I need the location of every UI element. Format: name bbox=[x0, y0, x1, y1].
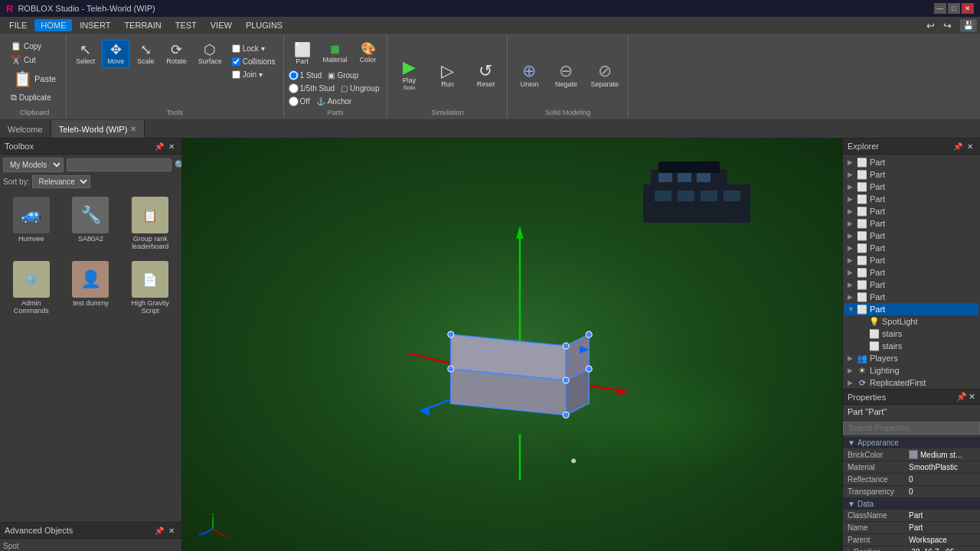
paste-btn[interactable]: 📋 Paste bbox=[8, 67, 61, 90]
toolbox-item-group-rank[interactable]: 📋 Group rank leaderboard bbox=[122, 193, 178, 254]
part-icon: ⬜ bbox=[857, 157, 867, 168]
app-logo-icon: R bbox=[6, 3, 13, 15]
appearance-section-header[interactable]: ▼ Appearance bbox=[843, 437, 980, 448]
anchor-btn[interactable]: ⚓ Anchor bbox=[313, 96, 355, 107]
tab-close-btn[interactable]: ✕ bbox=[130, 125, 136, 133]
menu-file[interactable]: FILE bbox=[3, 19, 33, 31]
data-section-header[interactable]: ▼ Data bbox=[843, 498, 980, 510]
menu-insert[interactable]: INSERT bbox=[74, 19, 116, 31]
window-controls: — □ ✕ bbox=[934, 3, 974, 14]
union-btn[interactable]: ⊕ Union bbox=[512, 60, 546, 91]
copy-btn[interactable]: 📋 Copy bbox=[8, 40, 61, 53]
part-icon: ⬜ bbox=[857, 218, 867, 229]
scale-btn[interactable]: ⤡ Scale bbox=[132, 40, 159, 68]
menu-plugins[interactable]: PLUGINS bbox=[240, 19, 289, 31]
prop-material: Material SmoothPlastic bbox=[843, 461, 980, 474]
properties-search-input[interactable] bbox=[843, 422, 980, 435]
part-icon: ⬜ bbox=[857, 206, 867, 217]
tabs-bar: Welcome Teleh-World (WIP) ✕ bbox=[0, 120, 980, 139]
toolbox-item-test-dummy[interactable]: 👤 test dummy bbox=[63, 257, 119, 318]
surface-btn[interactable]: ⬡ Surface bbox=[194, 40, 227, 68]
brickcolor-swatch bbox=[909, 450, 918, 459]
menu-terrain[interactable]: TERRAIN bbox=[118, 19, 167, 31]
maximize-btn[interactable]: □ bbox=[948, 3, 960, 14]
material-btn[interactable]: ◼ Material bbox=[318, 40, 352, 68]
svg-rect-2 bbox=[658, 161, 720, 173]
adv-pin-btn[interactable]: 📌 bbox=[154, 525, 165, 536]
toolbox-item-admin[interactable]: ⚙️ Admin Commands bbox=[3, 257, 60, 318]
toolbox-item-gravity[interactable]: 📄 High Gravity Script bbox=[122, 257, 178, 318]
duplicate-btn[interactable]: ⧉ Duplicate bbox=[8, 91, 61, 104]
group-btn[interactable]: ▣ Group bbox=[325, 70, 361, 81]
tab-teleh-world[interactable]: Teleh-World (WIP) ✕ bbox=[51, 120, 145, 138]
menu-home[interactable]: HOME bbox=[34, 19, 72, 31]
viewport[interactable]: Y X Z bbox=[182, 139, 842, 551]
search-icon[interactable]: 🔍 bbox=[175, 160, 181, 171]
models-dropdown[interactable]: My Models bbox=[3, 158, 64, 172]
tree-item-part-11[interactable]: ▶ ⬜ Part bbox=[844, 279, 978, 291]
separate-btn[interactable]: ⊘ Separate bbox=[586, 60, 623, 91]
collisions-checkbox[interactable]: Collisions bbox=[229, 56, 279, 67]
tree-item-part-1[interactable]: ▶ ⬜ Part bbox=[844, 156, 978, 168]
svg-line-34 bbox=[213, 529, 224, 536]
tree-item-part-6[interactable]: ▶ ⬜ Part bbox=[844, 217, 978, 230]
toolbox-pin-btn[interactable]: 📌 bbox=[154, 141, 165, 152]
tree-item-part-10[interactable]: ▶ ⬜ Part bbox=[844, 266, 978, 279]
tree-item-part-7[interactable]: ▶ ⬜ Part bbox=[844, 230, 978, 242]
tree-item-stairs-2[interactable]: ▶ ⬜ stairs bbox=[844, 340, 978, 352]
tree-item-part-2[interactable]: ▶ ⬜ Part bbox=[844, 168, 978, 181]
stud5-radio[interactable]: 1/5th Stud bbox=[289, 83, 335, 94]
tree-item-replicated[interactable]: ▶ ⟳ ReplicatedFirst bbox=[844, 377, 978, 389]
negate-btn[interactable]: ⊖ Negate bbox=[549, 60, 583, 91]
tree-item-part-12[interactable]: ▶ ⬜ Part bbox=[844, 291, 978, 303]
reset-btn[interactable]: ↺ Reset bbox=[469, 60, 502, 91]
minimize-btn[interactable]: — bbox=[934, 3, 946, 14]
redo-btn[interactable]: ↪ bbox=[940, 18, 955, 33]
menu-view[interactable]: VIEW bbox=[204, 19, 238, 31]
toolbox-header: Toolbox 📌 ✕ bbox=[0, 139, 181, 155]
toolbox-item-sa80a2[interactable]: 🔧 SA80A2 bbox=[63, 193, 119, 254]
join-checkbox[interactable]: Join ▾ bbox=[229, 69, 279, 80]
tree-item-part-4[interactable]: ▶ ⬜ Part bbox=[844, 193, 978, 205]
tree-item-stairs-1[interactable]: ▶ ⬜ stairs bbox=[844, 328, 978, 340]
part-btn[interactable]: ⬜ Part bbox=[289, 40, 316, 68]
explorer-pin-btn[interactable]: 📌 bbox=[952, 141, 963, 152]
props-close-btn[interactable]: ✕ bbox=[969, 392, 975, 402]
select-btn[interactable]: ↖ Select bbox=[71, 40, 100, 68]
advanced-objects-header: Advanced Objects 📌 ✕ bbox=[0, 523, 181, 539]
lock-checkbox[interactable]: Lock ▾ bbox=[229, 43, 279, 54]
adv-close-btn[interactable]: ✕ bbox=[166, 525, 177, 536]
close-btn[interactable]: ✕ bbox=[962, 3, 974, 14]
tree-item-spotlight[interactable]: ▶ 💡 SpotLight bbox=[844, 315, 978, 328]
play-btn[interactable]: ▶ PlaySolo bbox=[392, 56, 426, 94]
tab-welcome[interactable]: Welcome bbox=[0, 120, 51, 138]
svg-rect-4 bbox=[678, 173, 691, 182]
cut-btn[interactable]: ✂️ Cut bbox=[8, 54, 61, 67]
tree-item-part-8[interactable]: ▶ ⬜ Part bbox=[844, 242, 978, 254]
prop-brickcolor: BrickColor Medium st... bbox=[843, 448, 980, 461]
move-btn[interactable]: ✥ Move bbox=[102, 40, 129, 68]
ungroup-btn[interactable]: ▢ Ungroup bbox=[338, 83, 382, 94]
tree-item-part-3[interactable]: ▶ ⬜ Part bbox=[844, 181, 978, 193]
tree-item-part-5[interactable]: ▶ ⬜ Part bbox=[844, 205, 978, 217]
sort-dropdown[interactable]: Relevance bbox=[32, 175, 90, 188]
toolbox-close-btn[interactable]: ✕ bbox=[166, 141, 177, 152]
stud1-radio[interactable]: 1 Stud bbox=[289, 70, 322, 81]
menu-test[interactable]: TEST bbox=[169, 19, 203, 31]
color-btn[interactable]: 🎨 Color bbox=[354, 40, 382, 68]
prop-parent: Parent Workspace bbox=[843, 534, 980, 546]
prop-transparency: Transparency 0 bbox=[843, 486, 980, 498]
save-btn[interactable]: 💾 bbox=[960, 19, 977, 32]
tree-item-lighting[interactable]: ▶ ☀ Lighting bbox=[844, 364, 978, 377]
undo-btn[interactable]: ↩ bbox=[923, 18, 938, 33]
explorer-close-btn[interactable]: ✕ bbox=[965, 141, 975, 152]
toolbox-item-humvee[interactable]: 🚙 Humvee bbox=[3, 193, 60, 254]
rotate-btn[interactable]: ⟳ Rotate bbox=[162, 40, 191, 68]
tree-item-part-9[interactable]: ▶ ⬜ Part bbox=[844, 254, 978, 266]
run-btn[interactable]: ▷ Run bbox=[430, 60, 464, 91]
props-pin-btn[interactable]: 📌 bbox=[956, 392, 967, 402]
toolbox-search-input[interactable] bbox=[67, 158, 172, 171]
stud-off-radio[interactable]: Off bbox=[289, 96, 310, 107]
tree-item-players[interactable]: ▶ 👥 Players bbox=[844, 352, 978, 364]
tree-item-part-selected[interactable]: ▼ ⬜ Part bbox=[844, 303, 978, 315]
